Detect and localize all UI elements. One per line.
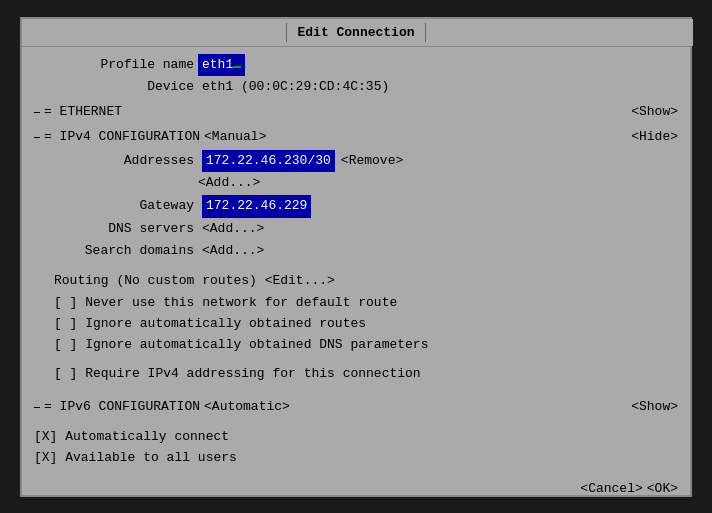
device-row: Device eth1 (00:0C:29:CD:4C:35) — [34, 77, 678, 98]
dns-value[interactable]: <Add...> — [202, 219, 264, 240]
gateway-label: Gateway — [54, 196, 194, 217]
dns-row: DNS servers <Add...> — [54, 219, 678, 240]
remove-btn[interactable]: <Remove> — [341, 151, 403, 172]
cancel-button[interactable]: <Cancel> — [580, 479, 642, 500]
search-label: Search domains — [54, 241, 194, 262]
ipv4-mode[interactable]: <Manual> — [204, 127, 266, 148]
require-ipv4-label[interactable]: [ ] Require IPv4 addressing for this con… — [54, 366, 421, 381]
ethernet-section-header: = ETHERNET <Show> — [34, 102, 678, 123]
ignore-routes-label[interactable]: [ ] Ignore automatically obtained routes — [54, 316, 366, 331]
profile-name-label: Profile name — [34, 55, 194, 76]
profile-name-value[interactable]: eth1 — [198, 54, 245, 77]
addresses-value[interactable]: 172.22.46.230/30 — [202, 150, 335, 173]
ok-button[interactable]: <OK> — [647, 479, 678, 500]
ipv6-mode[interactable]: <Automatic> — [204, 397, 290, 418]
search-row: Search domains <Add...> — [54, 241, 678, 262]
gateway-row: Gateway 172.22.46.229 — [54, 195, 678, 218]
available-users-label[interactable]: [X] Available to all users — [34, 450, 237, 465]
ipv4-hide[interactable]: <Hide> — [631, 127, 678, 148]
title-bar: Edit Connection — [22, 19, 690, 47]
ignore-routes-row: [ ] Ignore automatically obtained routes — [54, 314, 678, 335]
never-use-label[interactable]: [ ] Never use this network for default r… — [54, 295, 397, 310]
device-label: Device — [34, 77, 194, 98]
ipv6-show[interactable]: <Show> — [631, 397, 678, 418]
ethernet-show[interactable]: <Show> — [631, 102, 678, 123]
ipv4-section-header: = IPv4 CONFIGURATION <Manual> <Hide> — [34, 127, 678, 148]
ignore-dns-label[interactable]: [ ] Ignore automatically obtained DNS pa… — [54, 337, 428, 352]
addresses-label: Addresses — [54, 151, 194, 172]
ipv6-section-header: = IPv6 CONFIGURATION <Automatic> <Show> — [34, 397, 678, 418]
action-buttons: <Cancel> <OK> — [34, 479, 678, 500]
addresses-row: Addresses 172.22.46.230/30 <Remove> — [54, 150, 678, 173]
ignore-dns-row: [ ] Ignore automatically obtained DNS pa… — [54, 335, 678, 356]
search-value[interactable]: <Add...> — [202, 241, 264, 262]
content-area: Profile name eth1 Device eth1 (00:0C:29:… — [22, 47, 690, 506]
window-title: Edit Connection — [286, 23, 425, 42]
profile-name-row: Profile name eth1 — [34, 54, 678, 77]
available-users-row: [X] Available to all users — [34, 448, 678, 469]
device-value: eth1 (00:0C:29:CD:4C:35) — [202, 77, 389, 98]
edit-connection-window: Edit Connection Profile name eth1 Device… — [20, 17, 692, 497]
never-use-row: [ ] Never use this network for default r… — [54, 293, 678, 314]
cursor — [233, 66, 241, 68]
ethernet-label: = ETHERNET — [44, 102, 122, 123]
gateway-value[interactable]: 172.22.46.229 — [202, 195, 311, 218]
auto-connect-row: [X] Automatically connect — [34, 427, 678, 448]
routing-text[interactable]: Routing (No custom routes) <Edit...> — [54, 273, 335, 288]
ipv4-label: = IPv4 CONFIGURATION — [44, 127, 200, 148]
auto-connect-label[interactable]: [X] Automatically connect — [34, 429, 229, 444]
dns-label: DNS servers — [54, 219, 194, 240]
add-address-btn[interactable]: <Add...> — [198, 173, 260, 194]
require-ipv4-row: [ ] Require IPv4 addressing for this con… — [54, 364, 678, 385]
add-address-row: <Add...> — [54, 173, 678, 194]
routing-row: Routing (No custom routes) <Edit...> — [54, 271, 678, 292]
ipv4-section: = IPv4 CONFIGURATION <Manual> <Hide> Add… — [34, 127, 678, 385]
ipv6-label: = IPv6 CONFIGURATION — [44, 397, 200, 418]
